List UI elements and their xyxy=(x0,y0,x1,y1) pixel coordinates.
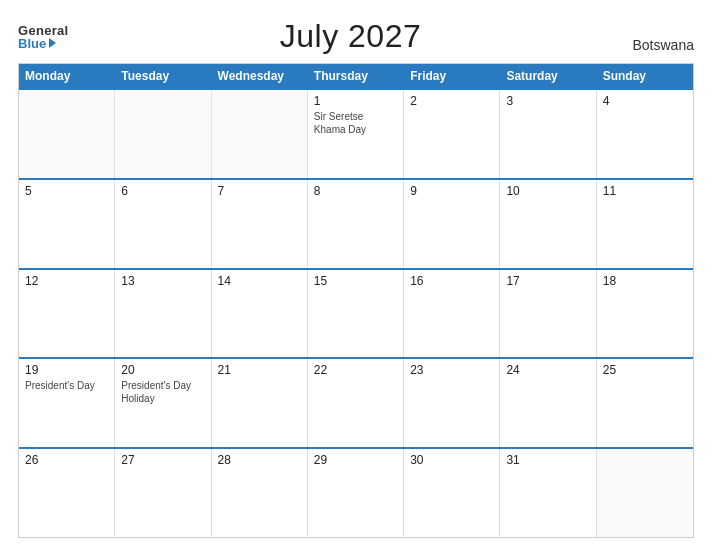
logo-general-text: General xyxy=(18,24,69,37)
calendar-cell: 17 xyxy=(500,270,596,358)
calendar-cell: 16 xyxy=(404,270,500,358)
calendar-cell: 7 xyxy=(212,180,308,268)
calendar-cell: 27 xyxy=(115,449,211,537)
logo-triangle-icon xyxy=(49,38,56,48)
calendar-cell: 10 xyxy=(500,180,596,268)
day-number: 12 xyxy=(25,274,108,288)
logo: General Blue xyxy=(18,24,69,50)
day-number: 16 xyxy=(410,274,493,288)
calendar-header-cell: Friday xyxy=(404,64,500,88)
calendar-header-cell: Monday xyxy=(19,64,115,88)
day-number: 6 xyxy=(121,184,204,198)
calendar-cell: 13 xyxy=(115,270,211,358)
calendar-cell: 29 xyxy=(308,449,404,537)
day-number: 22 xyxy=(314,363,397,377)
day-number: 7 xyxy=(218,184,301,198)
day-number: 11 xyxy=(603,184,687,198)
calendar-cell: 22 xyxy=(308,359,404,447)
header: General Blue July 2027 Botswana xyxy=(18,18,694,55)
day-number: 23 xyxy=(410,363,493,377)
day-number: 27 xyxy=(121,453,204,467)
day-number: 9 xyxy=(410,184,493,198)
country-label: Botswana xyxy=(633,37,694,55)
calendar-cell: 25 xyxy=(597,359,693,447)
calendar-cell xyxy=(212,90,308,178)
calendar-week: 262728293031 xyxy=(19,447,693,537)
day-event: Sir Seretse Khama Day xyxy=(314,111,366,135)
calendar-cell: 28 xyxy=(212,449,308,537)
calendar-cell: 3 xyxy=(500,90,596,178)
day-number: 24 xyxy=(506,363,589,377)
calendar-cell: 26 xyxy=(19,449,115,537)
day-number: 4 xyxy=(603,94,687,108)
day-number: 2 xyxy=(410,94,493,108)
calendar-cell xyxy=(115,90,211,178)
calendar-cell: 8 xyxy=(308,180,404,268)
calendar-cell: 23 xyxy=(404,359,500,447)
day-number: 14 xyxy=(218,274,301,288)
calendar-week: 19President's Day20President's Day Holid… xyxy=(19,357,693,447)
calendar-cell: 19President's Day xyxy=(19,359,115,447)
day-number: 15 xyxy=(314,274,397,288)
day-number: 21 xyxy=(218,363,301,377)
calendar-header-cell: Wednesday xyxy=(212,64,308,88)
calendar-cell: 5 xyxy=(19,180,115,268)
calendar: MondayTuesdayWednesdayThursdayFridaySatu… xyxy=(18,63,694,538)
calendar-cell: 15 xyxy=(308,270,404,358)
calendar-cell: 31 xyxy=(500,449,596,537)
calendar-header-cell: Saturday xyxy=(500,64,596,88)
calendar-cell: 4 xyxy=(597,90,693,178)
calendar-cell: 24 xyxy=(500,359,596,447)
calendar-header-cell: Tuesday xyxy=(115,64,211,88)
day-number: 30 xyxy=(410,453,493,467)
calendar-cell: 20President's Day Holiday xyxy=(115,359,211,447)
day-event: President's Day xyxy=(25,380,95,391)
logo-blue-text: Blue xyxy=(18,37,69,50)
calendar-week: 1Sir Seretse Khama Day234 xyxy=(19,88,693,178)
calendar-cell: 6 xyxy=(115,180,211,268)
day-number: 10 xyxy=(506,184,589,198)
calendar-body: 1Sir Seretse Khama Day234567891011121314… xyxy=(19,88,693,537)
day-number: 20 xyxy=(121,363,204,377)
day-number: 19 xyxy=(25,363,108,377)
day-number: 26 xyxy=(25,453,108,467)
day-number: 5 xyxy=(25,184,108,198)
day-number: 28 xyxy=(218,453,301,467)
day-event: President's Day Holiday xyxy=(121,380,191,404)
calendar-cell: 12 xyxy=(19,270,115,358)
calendar-cell: 21 xyxy=(212,359,308,447)
day-number: 18 xyxy=(603,274,687,288)
day-number: 25 xyxy=(603,363,687,377)
day-number: 8 xyxy=(314,184,397,198)
calendar-header-cell: Thursday xyxy=(308,64,404,88)
calendar-week: 12131415161718 xyxy=(19,268,693,358)
day-number: 31 xyxy=(506,453,589,467)
calendar-header-cell: Sunday xyxy=(597,64,693,88)
calendar-week: 567891011 xyxy=(19,178,693,268)
calendar-cell xyxy=(597,449,693,537)
calendar-cell: 18 xyxy=(597,270,693,358)
page: General Blue July 2027 Botswana MondayTu… xyxy=(0,0,712,550)
day-number: 3 xyxy=(506,94,589,108)
calendar-title: July 2027 xyxy=(280,18,421,55)
day-number: 29 xyxy=(314,453,397,467)
calendar-cell xyxy=(19,90,115,178)
calendar-cell: 11 xyxy=(597,180,693,268)
day-number: 1 xyxy=(314,94,397,108)
calendar-cell: 2 xyxy=(404,90,500,178)
calendar-header: MondayTuesdayWednesdayThursdayFridaySatu… xyxy=(19,64,693,88)
day-number: 13 xyxy=(121,274,204,288)
calendar-cell: 14 xyxy=(212,270,308,358)
calendar-cell: 9 xyxy=(404,180,500,268)
calendar-cell: 30 xyxy=(404,449,500,537)
calendar-cell: 1Sir Seretse Khama Day xyxy=(308,90,404,178)
day-number: 17 xyxy=(506,274,589,288)
